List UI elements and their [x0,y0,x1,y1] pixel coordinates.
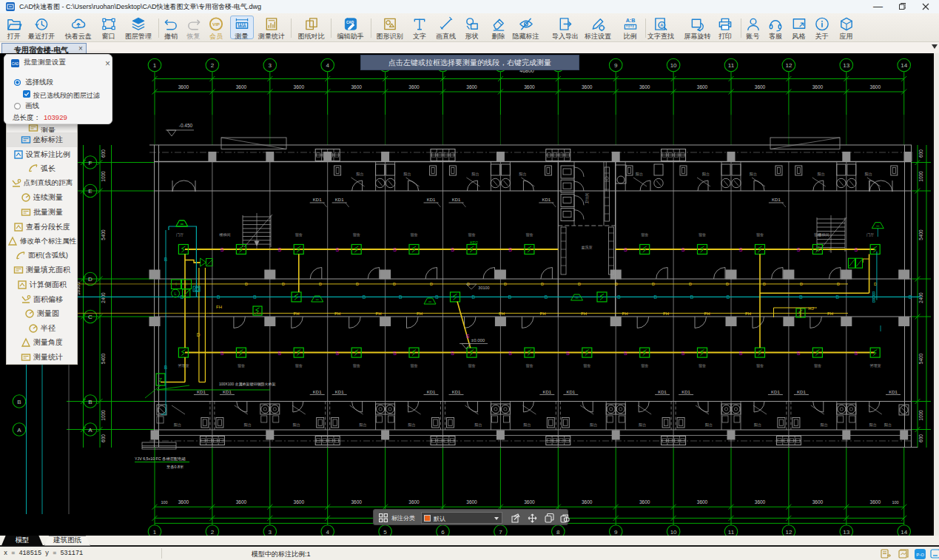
svg-text:B: B [799,294,802,300]
svg-text:FH: FH [499,311,505,316]
svg-text:KD1: KD1 [771,390,780,394]
svg-text:门厅: 门厅 [176,232,184,237]
svg-text:3600: 3600 [408,499,420,505]
svg-text:宿舍: 宿舍 [238,363,245,368]
svg-text:阳台: 阳台 [639,422,646,428]
svg-text:HJ: HJ [808,306,813,311]
svg-text:阳台: 阳台 [244,422,252,428]
svg-text:S: S [624,351,627,356]
svg-text:KD2: KD2 [470,240,478,245]
svg-text:阳台: 阳台 [754,422,761,428]
svg-text:FH: FH [745,311,751,316]
svg-text:3600: 3600 [236,84,247,90]
svg-text:YJV 6,5x10 FC 各楼层配电箱: YJV 6,5x10 FC 各楼层配电箱 [135,456,186,462]
svg-text:阳台: 阳台 [519,172,526,177]
svg-text:阳台: 阳台 [821,422,828,428]
svg-text:5400: 5400 [101,229,106,240]
svg-text:KD1: KD1 [889,390,898,394]
svg-text:MEAS: MEAS [238,25,246,28]
svg-text:宿舍: 宿舍 [468,363,476,368]
svg-text:10: 10 [670,62,677,69]
svg-text:S: S [797,351,801,356]
svg-text:B: B [872,298,875,303]
svg-text:宿舍: 宿舍 [641,363,648,368]
svg-text:宿舍: 宿舍 [814,232,821,237]
svg-text:2: 2 [211,62,215,69]
svg-text:CAD: CAD [12,62,19,66]
svg-text:5400: 5400 [918,229,923,240]
svg-text:3600: 3600 [639,84,650,90]
svg-text:盥洗室: 盥洗室 [582,245,593,250]
svg-text:管理室: 管理室 [178,363,189,368]
svg-text:B: B [164,257,167,262]
svg-text:KD1: KD1 [452,390,461,394]
svg-text:阳台: 阳台 [357,172,364,177]
svg-text:B: B [835,294,838,300]
svg-text:4: 4 [326,529,329,536]
svg-text:3600: 3600 [351,499,362,505]
svg-text:阳台: 阳台 [705,422,713,428]
svg-text:宿舍: 宿舍 [641,232,648,237]
svg-text:D: D [837,282,840,286]
svg-text:3600: 3600 [408,84,420,90]
svg-text:宿舍: 宿舍 [525,232,533,237]
svg-text:3600: 3600 [582,499,593,505]
svg-text:A: A [17,427,21,434]
svg-text:B: B [217,294,220,300]
svg-text:3600: 3600 [178,84,189,90]
svg-text:S: S [797,247,801,252]
svg-text:阳台: 阳台 [471,172,479,177]
svg-text:宿舍: 宿舍 [353,232,360,237]
svg-text:3600: 3600 [697,84,708,90]
svg-text:A: A [88,427,92,434]
svg-text:卫生间: 卫生间 [585,193,590,204]
svg-text:D: D [319,282,322,286]
svg-text:100: 100 [161,500,167,505]
svg-text:1000: 1000 [101,410,106,421]
svg-text:FH: FH [663,311,669,316]
svg-text:KD1: KD1 [313,198,322,202]
svg-text:阳台: 阳台 [884,422,892,428]
svg-text:13: 13 [843,529,849,536]
svg-text:13: 13 [843,62,849,69]
svg-text:S: S [855,247,858,252]
svg-text:3600: 3600 [755,84,766,90]
svg-text:Z: Z [159,377,163,382]
svg-text:门厅: 门厅 [866,232,874,237]
svg-text:阳台: 阳台 [818,172,825,177]
svg-text:B: B [617,294,620,300]
svg-text:S: S [221,351,224,356]
svg-text:5400: 5400 [101,353,106,364]
svg-text:宿舍: 宿舍 [295,363,303,368]
svg-text:D: D [430,282,433,286]
svg-text:宿舍: 宿舍 [583,363,590,368]
svg-text:阳台: 阳台 [523,422,531,428]
svg-text:E: E [88,188,92,195]
svg-text:3600: 3600 [236,499,247,505]
svg-text:S: S [566,351,570,356]
svg-text:B: B [909,294,912,300]
svg-text:1000: 1000 [101,171,106,182]
svg-text:KD1: KD1 [427,390,436,394]
svg-text:KD1: KD1 [772,198,781,202]
svg-text:3600: 3600 [294,84,305,90]
svg-text:B: B [690,294,693,300]
svg-text:宿舍: 宿舍 [468,232,476,237]
svg-text:B: B [545,294,548,300]
svg-text:S: S [739,247,743,252]
svg-text:宿舍: 宿舍 [525,363,533,368]
svg-text:12: 12 [785,529,792,536]
svg-text:阳台: 阳台 [636,172,643,177]
svg-text:3600: 3600 [582,84,593,90]
svg-text:7: 7 [499,529,502,536]
svg-text:D: D [88,276,92,283]
svg-text:楼梯间: 楼梯间 [219,232,231,237]
svg-text:S: S [451,247,454,252]
svg-text:宿舍: 宿舍 [295,232,303,237]
svg-text:100X100 金属桥架镀锌钢防火桥架: 100X100 金属桥架镀锌钢防火桥架 [219,382,275,387]
svg-text:阳台: 阳台 [869,422,877,428]
svg-text:-0.450: -0.450 [179,123,193,128]
svg-text:宿舍: 宿舍 [814,363,821,368]
svg-text:D: D [504,282,507,286]
svg-text:B: B [435,294,438,300]
